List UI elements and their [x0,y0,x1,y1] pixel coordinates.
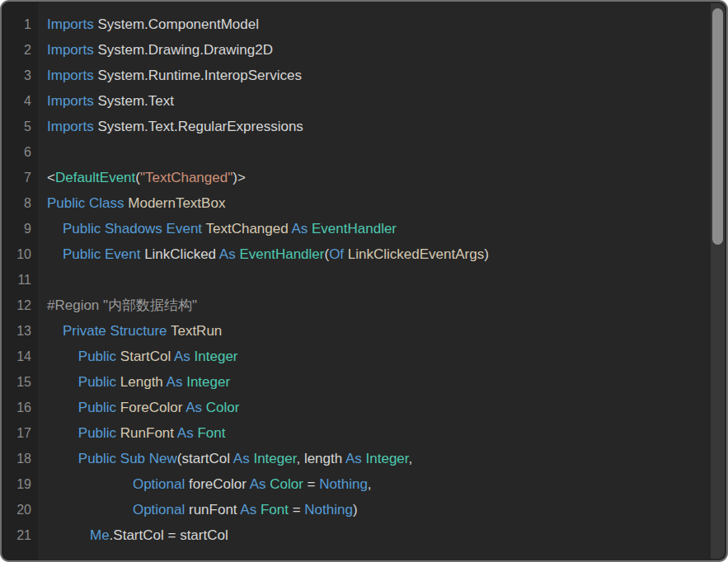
code-token: Public Event [63,246,144,262]
code-line [47,267,710,293]
code-line: Imports System.Text.RegularExpressions [47,114,710,139]
code-line: Imports System.Text [47,88,710,114]
code-token [47,476,133,492]
code-token: Optional [133,476,189,492]
code-line: Imports System.Drawing.Drawing2D [47,37,710,63]
code-area[interactable]: Imports System.ComponentModelImports Sys… [38,2,726,560]
code-token: = [289,502,304,518]
code-token: As [216,246,239,262]
code-token: ModernTextBox [128,195,225,211]
line-number: 6 [2,139,31,165]
code-token [47,246,63,262]
line-number: 8 [2,190,31,216]
code-line: Public StartCol As Integer [47,344,710,369]
code-token: As [174,425,197,441]
code-token: LinkClickedEventArgs [348,246,484,262]
line-number: 2 [2,37,31,63]
code-line: #Region "内部数据结构" [47,293,710,318]
code-token [47,425,78,441]
code-token: Imports [47,93,97,109]
code-token: EventHandler [312,221,397,237]
line-number: 10 [2,241,31,267]
code-token: Public Sub New [78,451,177,466]
code-token: Public [78,349,120,364]
code-token: Imports [47,119,97,134]
code-token: "TextChanged" [140,170,232,185]
code-token: Integer [186,374,230,390]
code-token: Imports [47,68,97,83]
code-token: Public [78,400,120,415]
code-token: System.Drawing.Drawing2D [97,42,273,58]
code-token: )> [232,170,246,185]
code-line: Me.StartCol = startCol [47,522,710,548]
code-token: As [171,349,194,364]
code-token: As [237,502,261,518]
code-token: Of [329,246,348,262]
scrollbar-thumb[interactable] [712,8,723,245]
code-token: Length [120,374,163,390]
code-token: Me [90,527,110,543]
code-line: Public RunFont As Font [47,420,710,446]
code-token: System.Text [97,93,174,109]
code-token: #Region "内部数据结构" [47,297,197,313]
code-token: Public [78,425,120,441]
code-line: Public Length As Integer [47,369,710,395]
line-number: 7 [2,165,31,190]
code-line: Private Structure TextRun [47,318,710,344]
line-number: 20 [2,497,31,522]
code-token: runFont [189,502,237,518]
code-token: System.ComponentModel [97,16,259,32]
line-number: 17 [2,420,31,446]
code-line: Public Shadows Event TextChanged As Even… [47,216,710,241]
code-token: Imports [47,16,97,32]
line-number: 19 [2,471,31,497]
code-token: System.Text.RegularExpressions [97,119,303,134]
code-token: Public Class [47,195,128,211]
code-token: TextChanged [205,221,288,237]
code-token: DefaultEvent [55,170,135,185]
code-token: , [296,451,303,466]
code-line: Optional foreColor As Color = Nothing, [47,471,710,497]
code-token: StartCol [120,349,171,364]
code-token [47,221,63,237]
code-token: Integer [195,349,238,364]
code-line: Optional runFont As Font = Nothing) [47,497,710,522]
code-token [47,323,63,339]
code-token: Optional [133,502,189,518]
line-number: 4 [2,88,31,114]
code-line: Public ForeColor As Color [47,395,710,420]
code-token: RunFont [120,425,174,441]
code-token [47,451,78,466]
line-number: 12 [2,293,31,318]
line-number: 14 [2,344,31,369]
code-line: Imports System.Runtime.InteropServices [47,63,710,88]
code-token: < [47,170,55,185]
code-token [47,374,78,390]
code-token: As [342,451,365,466]
line-number-gutter: 123456789101112131415161718192021 [2,2,38,560]
line-number: 15 [2,369,31,395]
line-number: 13 [2,318,31,344]
code-token: ForeColor [120,400,183,415]
code-token: As [247,476,270,492]
code-token: As [163,374,186,390]
code-line: Imports System.ComponentModel [47,12,710,37]
line-number: 1 [2,12,31,37]
code-token: Public [78,374,120,390]
code-token: ) [353,502,358,518]
code-token [47,400,78,415]
code-token: StartCol [113,527,163,543]
code-token: Font [197,425,225,441]
code-token: , [368,476,372,492]
code-token: EventHandler [239,246,324,262]
code-line: Public Sub New(startCol As Integer, leng… [47,446,710,471]
code-line: Public Class ModernTextBox [47,190,710,216]
line-number: 9 [2,216,31,241]
code-token: As [230,451,253,466]
code-token: Imports [47,42,97,58]
vertical-scrollbar[interactable] [711,3,725,559]
code-line: Public Event LinkClicked As EventHandler… [47,241,710,267]
code-token: Public Shadows Event [63,221,206,237]
code-token: Integer [253,451,296,466]
code-token [47,527,90,543]
